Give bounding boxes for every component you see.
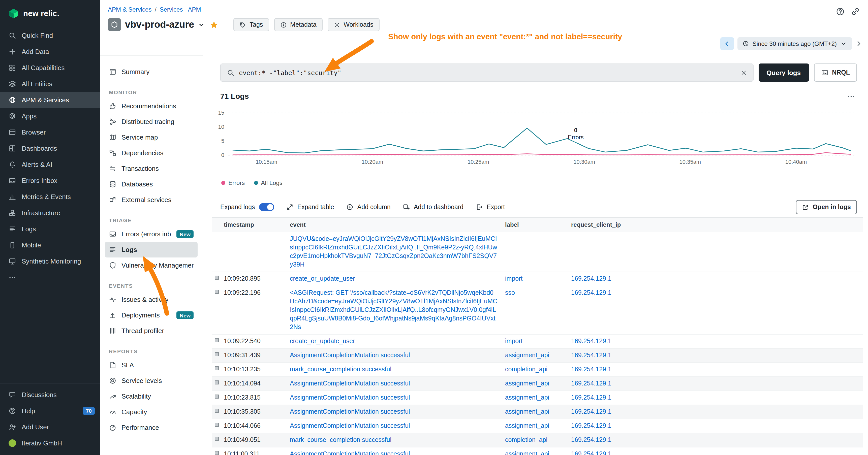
subnav-item-service-levels[interactable]: Service levels (105, 373, 197, 389)
brand[interactable]: new relic. (0, 0, 100, 27)
entity-button-tags[interactable]: Tags (234, 18, 269, 31)
log-event-link[interactable]: create_or_update_user (290, 337, 355, 345)
open-in-logs-button[interactable]: Open in logs (796, 200, 857, 214)
subnav-item-performance[interactable]: Performance (105, 420, 197, 435)
log-label-link[interactable]: completion_api (505, 436, 548, 444)
entity-button-workloads[interactable]: Workloads (328, 18, 379, 31)
log-row[interactable]: 10:09:22.540create_or_update_userimport1… (212, 334, 863, 349)
log-ip-link[interactable]: 169.254.129.1 (571, 394, 612, 401)
sidebar-item-metrics-events[interactable]: Metrics & Events (0, 189, 100, 204)
subnav-item-sla[interactable]: SLA (105, 357, 197, 373)
clear-query-icon[interactable] (740, 69, 747, 76)
legend-all-logs[interactable]: All Logs (254, 180, 282, 187)
sidebar-item-add-user[interactable]: Add User (0, 419, 100, 435)
row-checkbox[interactable] (215, 451, 219, 455)
log-label-link[interactable]: assignment_api (505, 451, 549, 455)
entity-button-metadata[interactable]: Metadata (274, 18, 322, 31)
log-row[interactable]: 10:09:31.439AssignmentCompletionMutation… (212, 349, 863, 363)
column-header-label[interactable]: label (502, 218, 568, 232)
sidebar-item-apps[interactable]: Apps (0, 108, 100, 124)
sidebar-item-errors-inbox[interactable]: Errors Inbox (0, 172, 100, 189)
log-label-link[interactable]: import (505, 275, 523, 282)
query-logs-button[interactable]: Query logs (758, 64, 809, 82)
log-row[interactable]: 10:11:00.311AssignmentCompletionMutation… (212, 448, 863, 455)
log-event-link[interactable]: create_or_update_user (290, 275, 355, 282)
log-ip-link[interactable]: 169.254.129.1 (571, 408, 612, 415)
log-ip-link[interactable]: 169.254.129.1 (571, 451, 612, 455)
favorite-star-icon[interactable] (210, 21, 218, 29)
log-label-link[interactable]: import (505, 337, 523, 345)
log-row[interactable]: 10:10:49.051mark_course_completion succe… (212, 433, 863, 448)
subnav-item-summary[interactable]: Summary (105, 64, 197, 79)
subnav-item-distributed-tracing[interactable]: Distributed tracing (105, 114, 197, 130)
logs-query-input[interactable]: event:* -"label":"security" (220, 64, 753, 82)
log-label-link[interactable]: assignment_api (505, 422, 549, 429)
time-forward-icon[interactable] (856, 40, 862, 47)
subnav-item-thread-profiler[interactable]: Thread profiler (105, 323, 197, 338)
row-checkbox[interactable] (215, 290, 219, 294)
log-row[interactable]: 10:10:23.815AssignmentCompletionMutation… (212, 391, 863, 405)
column-header-timestamp[interactable]: timestamp (222, 218, 287, 232)
sidebar-item-add-data[interactable]: Add Data (0, 43, 100, 60)
log-ip-link[interactable]: 169.254.129.1 (571, 352, 612, 359)
log-ip-link[interactable]: 169.254.129.1 (571, 380, 612, 387)
subnav-item-capacity[interactable]: Capacity (105, 404, 197, 420)
log-row[interactable]: 10:09:22.196<ASGIRequest: GET '/sso/call… (212, 286, 863, 334)
subnav-item-databases[interactable]: Databases (105, 176, 197, 192)
log-label-link[interactable]: assignment_api (505, 352, 549, 359)
subnav-item-recommendations[interactable]: Recommendations (105, 98, 197, 114)
sidebar-item-quick-find[interactable]: Quick Find (0, 27, 100, 43)
log-label-link[interactable]: completion_api (505, 366, 548, 373)
help-icon[interactable] (836, 7, 845, 16)
log-event-link[interactable]: AssignmentCompletionMutation successful (290, 422, 410, 429)
sidebar-item-browser[interactable]: Browser (0, 124, 100, 140)
add-column-button[interactable]: Add column (346, 203, 391, 210)
log-label-link[interactable]: sso (505, 289, 515, 296)
sidebar-item-synthetic-monitoring[interactable]: Synthetic Monitoring (0, 253, 100, 269)
log-ip-link[interactable]: 169.254.129.1 (571, 337, 612, 345)
column-header-event[interactable]: event (287, 218, 502, 232)
log-ip-link[interactable]: 169.254.129.1 (571, 275, 612, 282)
row-checkbox[interactable] (215, 423, 219, 427)
subnav-item-dependencies[interactable]: Dependencies (105, 145, 197, 161)
log-row[interactable]: 10:10:14.094AssignmentCompletionMutation… (212, 377, 863, 391)
subnav-item-service-map[interactable]: Service map (105, 130, 197, 145)
row-checkbox[interactable] (215, 381, 219, 385)
log-event-link[interactable]: mark_course_completion successful (290, 366, 392, 373)
export-button[interactable]: Export (475, 203, 505, 210)
entity-menu-chevron-icon[interactable] (198, 22, 205, 28)
subnav-item-external-services[interactable]: External services (105, 192, 197, 207)
remove-column-icon[interactable] (558, 222, 563, 228)
subnav-item-transactions[interactable]: Transactions (105, 161, 197, 176)
sidebar-item-alerts-ai[interactable]: Alerts & AI (0, 156, 100, 172)
expand-table-button[interactable]: Expand table (286, 203, 334, 210)
expand-logs-toggle[interactable] (259, 203, 274, 211)
sidebar-item-dashboards[interactable]: Dashboards (0, 140, 100, 156)
log-row[interactable]: 10:09:20.895create_or_update_userimport1… (212, 272, 863, 286)
log-ip-link[interactable]: 169.254.129.1 (571, 436, 612, 444)
sidebar-item-more[interactable] (0, 269, 100, 285)
copy-link-icon[interactable] (851, 7, 860, 16)
subnav-item-errors-errors-inb[interactable]: Errors (errors inb...New (105, 226, 197, 242)
row-checkbox[interactable] (215, 394, 219, 398)
sidebar-item-all-capabilities[interactable]: All Capabilities (0, 60, 100, 75)
subnav-item-issues-activity[interactable]: Issues & activity (105, 292, 197, 307)
row-checkbox[interactable] (215, 437, 219, 441)
remove-column-icon[interactable] (492, 222, 497, 228)
sidebar-item-mobile[interactable]: Mobile (0, 237, 100, 253)
log-label-link[interactable]: assignment_api (505, 380, 549, 387)
log-event-link[interactable]: AssignmentCompletionMutation successful (290, 352, 410, 359)
log-event-link[interactable]: AssignmentCompletionMutation successful (290, 380, 410, 387)
log-ip-link[interactable]: 169.254.129.1 (571, 366, 612, 373)
time-picker[interactable]: Since 30 minutes ago (GMT+2) (738, 37, 852, 50)
sidebar-item-help[interactable]: Help70 (0, 402, 100, 419)
column-header-request_client_ip[interactable]: request_client_ip (568, 218, 863, 232)
sidebar-item-iterativ-gmbh[interactable]: Iterativ GmbH (0, 435, 100, 451)
log-event-link[interactable]: AssignmentCompletionMutation successful (290, 408, 410, 415)
breadcrumb-link-services-apm[interactable]: Services - APM (159, 6, 201, 13)
row-checkbox[interactable] (215, 338, 219, 342)
sidebar-item-infrastructure[interactable]: Infrastructure (0, 204, 100, 221)
remove-column-icon[interactable] (852, 222, 858, 228)
legend-errors[interactable]: Errors (221, 180, 245, 187)
log-event-link[interactable]: mark_course_completion successful (290, 436, 392, 444)
